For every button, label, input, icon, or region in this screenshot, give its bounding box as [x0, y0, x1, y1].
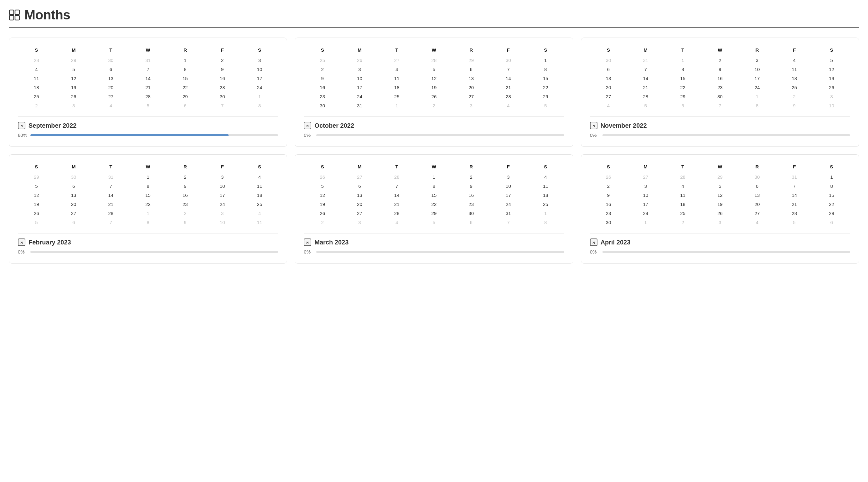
calendar-day: 22 — [813, 200, 850, 209]
calendar-day: 23 — [702, 83, 739, 92]
calendar-day: 3 — [341, 218, 378, 227]
weekday-header: M — [55, 45, 92, 56]
calendar-day: 10 — [204, 218, 241, 227]
calendar-day: 24 — [204, 200, 241, 209]
calendar-day: 24 — [627, 209, 664, 218]
calendar-day: 17 — [739, 74, 776, 83]
month-footer: N November 2022 0% — [590, 117, 850, 138]
calendar-day: 19 — [813, 74, 850, 83]
progress-row: 0% — [590, 132, 850, 138]
calendar-day: 5 — [55, 65, 92, 74]
calendar-day: 4 — [590, 101, 627, 110]
calendar-day: 24 — [241, 83, 278, 92]
weekday-header: W — [702, 162, 739, 172]
month-footer: N March 2023 0% — [304, 233, 564, 254]
calendar-day: 1 — [241, 92, 278, 101]
calendar-day: 29 — [664, 92, 702, 101]
calendar-day: 5 — [415, 218, 453, 227]
calendar-day: 6 — [813, 218, 850, 227]
calendar-day: 22 — [664, 83, 702, 92]
calendar-day: 7 — [702, 101, 739, 110]
month-card-feb-2023[interactable]: SMTWRFS293031123456789101112131415161718… — [9, 154, 287, 263]
weekday-header: R — [739, 162, 776, 172]
calendar-day: 28 — [415, 56, 453, 65]
calendar-day: 5 — [18, 182, 55, 191]
month-label: N September 2022 — [18, 122, 278, 129]
calendar-day: 23 — [453, 200, 490, 209]
notion-icon: N — [18, 238, 25, 246]
calendar-day: 30 — [92, 56, 130, 65]
weekday-header: S — [304, 45, 341, 56]
month-card-sep-2022[interactable]: SMTWRFS282930311234567891011121314151617… — [9, 38, 287, 147]
calendar-day: 17 — [490, 191, 527, 200]
calendar-day: 4 — [241, 209, 278, 218]
calendar-mar-2023: SMTWRFS262728123456789101112131415161718… — [304, 162, 564, 227]
calendar-day: 27 — [453, 92, 490, 101]
month-name: October 2022 — [314, 122, 354, 129]
calendar-day: 20 — [92, 83, 130, 92]
month-label: N February 2023 — [18, 238, 278, 246]
progress-percent: 0% — [590, 132, 599, 138]
month-card-oct-2022[interactable]: SMTWRFS252627282930123456789101112131415… — [294, 38, 573, 147]
calendar-day: 17 — [341, 83, 378, 92]
page-title: Months — [24, 7, 70, 23]
month-card-apr-2023[interactable]: SMTWRFS262728293031123456789101112131415… — [581, 154, 859, 263]
weekday-header: T — [378, 45, 415, 56]
calendar-day: 28 — [378, 172, 415, 182]
calendar-day: 28 — [378, 209, 415, 218]
calendar-day: 6 — [341, 182, 378, 191]
calendar-day: 26 — [813, 83, 850, 92]
weekday-header: F — [204, 162, 241, 172]
calendar-day: 1 — [527, 209, 564, 218]
calendar-day: 9 — [204, 65, 241, 74]
progress-row: 0% — [304, 132, 564, 138]
calendar-day: 19 — [702, 200, 739, 209]
calendar-day: 22 — [415, 200, 453, 209]
weekday-header: M — [341, 162, 378, 172]
weekday-header: M — [627, 162, 664, 172]
calendar-day: 2 — [166, 172, 204, 182]
calendar-day: 1 — [627, 218, 664, 227]
month-card-mar-2023[interactable]: SMTWRFS262728123456789101112131415161718… — [294, 154, 573, 263]
calendar-day: 31 — [627, 56, 664, 65]
weekday-header: S — [813, 162, 850, 172]
calendar-day: 7 — [204, 101, 241, 110]
weekday-header: S — [304, 162, 341, 172]
progress-percent: 80% — [18, 132, 27, 138]
calendar-day: 27 — [739, 209, 776, 218]
calendar-day: 4 — [739, 218, 776, 227]
calendar-day: 29 — [415, 209, 453, 218]
notion-icon: N — [590, 238, 597, 246]
calendar-day: 30 — [702, 92, 739, 101]
calendar-day: 8 — [241, 101, 278, 110]
calendar-day: 6 — [590, 65, 627, 74]
weekday-header: W — [415, 45, 453, 56]
calendar-day: 21 — [490, 83, 527, 92]
calendar-day: 5 — [627, 101, 664, 110]
calendar-day: 18 — [664, 200, 702, 209]
calendar-day: 18 — [527, 191, 564, 200]
month-name: November 2022 — [600, 122, 647, 129]
calendar-day: 4 — [378, 218, 415, 227]
svg-rect-1 — [15, 10, 20, 14]
calendar-day: 6 — [739, 182, 776, 191]
weekday-header: F — [204, 45, 241, 56]
progress-percent: 0% — [18, 249, 27, 254]
calendar-day: 29 — [702, 172, 739, 182]
calendar-day: 26 — [18, 209, 55, 218]
calendar-day: 24 — [490, 200, 527, 209]
calendar-nov-2022: SMTWRFS303112345678910111213141516171819… — [590, 45, 850, 110]
month-footer: N September 2022 80% — [18, 117, 278, 138]
calendar-day: 5 — [304, 182, 341, 191]
calendar-day: 5 — [18, 218, 55, 227]
progress-bar-bg — [602, 251, 850, 253]
calendar-day: 29 — [453, 56, 490, 65]
month-card-nov-2022[interactable]: SMTWRFS303112345678910111213141516171819… — [581, 38, 859, 147]
months-grid: SMTWRFS282930311234567891011121314151617… — [9, 38, 859, 263]
calendar-day: 31 — [490, 209, 527, 218]
calendar-day: 30 — [453, 209, 490, 218]
calendar-day: 2 — [304, 218, 341, 227]
month-label: N October 2022 — [304, 122, 564, 129]
progress-bar-bg — [602, 134, 850, 136]
calendar-day: 22 — [166, 83, 204, 92]
